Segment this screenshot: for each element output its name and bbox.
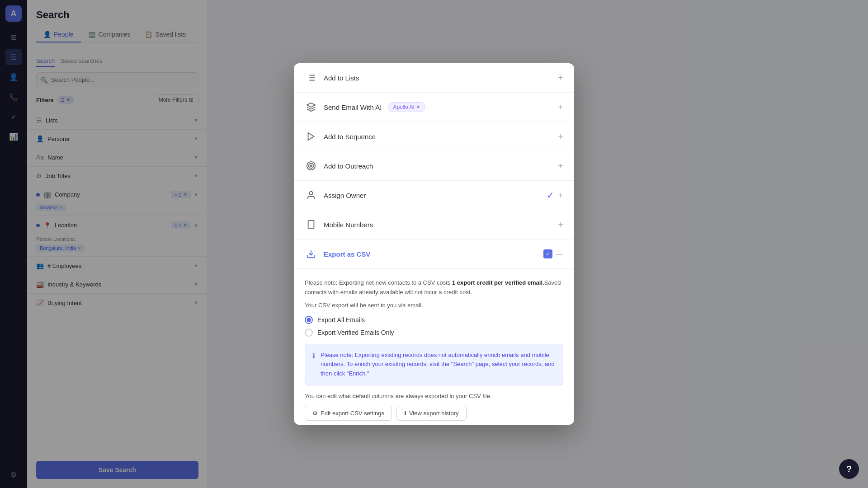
add-to-lists-plus-icon[interactable]: + [558, 73, 563, 83]
radio-verified-only[interactable]: Export Verified Emails Only [305, 328, 563, 337]
view-history-label: View export history [409, 410, 459, 417]
add-outreach-label: Add to Outreach [324, 162, 373, 170]
apollo-ai-badge: Apollo AI ✦ [388, 102, 425, 112]
export-btn-row: ⚙ Edit export CSV settings ℹ View export… [305, 406, 563, 421]
send-email-plus-icon[interactable]: + [558, 102, 563, 113]
help-button[interactable]: ? [839, 459, 859, 479]
add-sequence-icon [305, 130, 317, 143]
mobile-numbers-label: Mobile Numbers [324, 221, 373, 229]
export-section: Please note: Exporting net-new contacts … [294, 269, 574, 425]
gear-icon: ⚙ [312, 410, 318, 417]
history-icon: ℹ [404, 410, 406, 417]
modal-item-mobile-numbers[interactable]: Mobile Numbers + [294, 210, 574, 239]
radio-verified-circle [305, 328, 313, 337]
radio-verified-label: Export Verified Emails Only [317, 329, 394, 336]
add-outreach-plus-icon[interactable]: + [558, 161, 563, 171]
modal-item-add-sequence[interactable]: Add to Sequence + [294, 122, 574, 151]
modal-item-export-left: Export as CSV [305, 248, 370, 260]
radio-all-emails[interactable]: Export All Emails [305, 316, 563, 324]
export-csv-icon [305, 248, 317, 260]
export-email-note: Your CSV export will be sent to you via … [305, 302, 563, 309]
modal-item-add-sequence-left: Add to Sequence [305, 130, 376, 143]
radio-all-emails-label: Export All Emails [317, 316, 365, 324]
modal-item-add-outreach[interactable]: Add to Outreach + [294, 151, 574, 181]
export-note-prefix: Please note: Exporting net-new contacts … [305, 279, 452, 286]
info-text: Please note: Exporting existing records … [321, 351, 556, 379]
edit-csv-settings-button[interactable]: ⚙ Edit export CSV settings [305, 406, 392, 421]
modal-item-assign-owner[interactable]: Assign Owner ✓ + [294, 181, 574, 210]
export-note: Please note: Exporting net-new contacts … [305, 278, 563, 297]
svg-marker-6 [308, 133, 314, 141]
modal-item-export-csv[interactable]: Export as CSV ✓ — [294, 239, 574, 269]
mobile-numbers-plus-icon[interactable]: + [558, 220, 563, 230]
assign-owner-check-icon: ✓ [547, 190, 554, 201]
modal-item-assign-owner-left: Assign Owner [305, 189, 366, 202]
add-to-lists-label: Add to Lists [324, 74, 359, 82]
export-note-bold: 1 export credit per verified email. [452, 279, 544, 286]
add-sequence-plus-icon[interactable]: + [558, 131, 563, 142]
export-minus-icon[interactable]: — [556, 250, 563, 258]
assign-owner-icon [305, 189, 317, 202]
add-to-lists-icon [305, 71, 317, 84]
columns-note: You can edit what default columns are al… [305, 393, 563, 399]
modal-overlay: Add to Lists + Send Email With AI Apollo… [0, 0, 868, 488]
svg-point-9 [310, 165, 312, 167]
info-icon: ℹ [312, 352, 315, 360]
modal-item-mobile-left: Mobile Numbers [305, 218, 373, 231]
assign-owner-plus-icon[interactable]: + [558, 190, 563, 201]
send-email-icon [305, 101, 317, 113]
export-csv-checkbox[interactable]: ✓ [543, 249, 552, 258]
svg-point-8 [309, 164, 314, 169]
export-csv-label: Export as CSV [324, 250, 370, 258]
assign-owner-label: Assign Owner [324, 192, 366, 199]
add-outreach-icon [305, 160, 317, 172]
add-sequence-label: Add to Sequence [324, 133, 376, 141]
export-csv-right: ✓ — [543, 249, 563, 258]
modal-item-send-email-left: Send Email With AI Apollo AI ✦ [305, 101, 425, 113]
modal-item-send-email[interactable]: Send Email With AI Apollo AI ✦ + [294, 93, 574, 122]
assign-owner-right: ✓ + [547, 190, 563, 201]
modal-item-add-to-lists[interactable]: Add to Lists + [294, 63, 574, 93]
modal-item-add-to-lists-left: Add to Lists [305, 71, 359, 84]
info-box: ℹ Please note: Exporting existing record… [305, 344, 563, 385]
edit-csv-label: Edit export CSV settings [321, 410, 384, 417]
modal-item-add-outreach-left: Add to Outreach [305, 160, 373, 172]
view-export-history-button[interactable]: ℹ View export history [396, 406, 467, 421]
radio-group: Export All Emails Export Verified Emails… [305, 316, 563, 337]
svg-point-10 [309, 192, 312, 195]
modal-dialog: Add to Lists + Send Email With AI Apollo… [294, 63, 574, 425]
mobile-numbers-icon [305, 218, 317, 231]
radio-all-emails-circle [305, 316, 313, 324]
send-email-label: Send Email With AI [324, 103, 382, 111]
